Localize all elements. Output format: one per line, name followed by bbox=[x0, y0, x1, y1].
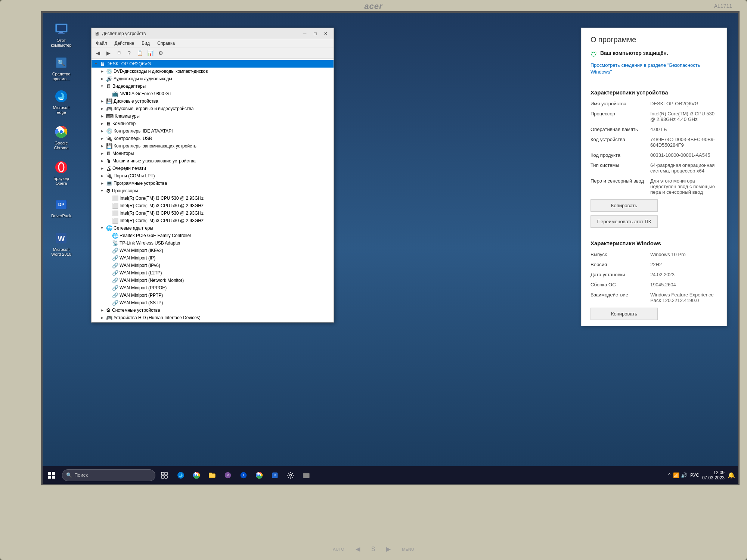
right-arrow[interactable]: ▶ bbox=[386, 545, 391, 553]
tree-item[interactable]: ⬜Intel(R) Core(TM) i3 CPU 530 @ 2.93GHz bbox=[92, 209, 334, 217]
tree-item[interactable]: ▶⚙Системные устройства bbox=[92, 307, 334, 314]
tree-item[interactable]: ▼🌐Сетевые адаптеры bbox=[92, 224, 334, 232]
tree-item[interactable]: 🔗WAN Miniport (IKEv2) bbox=[92, 247, 334, 254]
task-view-button[interactable] bbox=[157, 466, 172, 484]
tree-item[interactable]: ▶🖱Мыши и иные указывающие устройства bbox=[92, 157, 334, 165]
monitor-controls: AUTO ◀ S ▶ MENU bbox=[333, 545, 414, 553]
tree-item[interactable]: ⬜Intel(R) Core(TM) i3 CPU 530 @ 2.93GHz bbox=[92, 195, 334, 202]
desktop-icon-word[interactable]: W MicrosoftWord 2010 bbox=[46, 229, 76, 258]
tree-item[interactable]: 🌐Realtek PCIe GbE Family Controller bbox=[92, 232, 334, 239]
tree-item[interactable]: ▼🖥Видеоадаптеры bbox=[92, 83, 334, 90]
clock[interactable]: 12:09 07.03.2023 bbox=[702, 470, 725, 480]
expand-btn bbox=[105, 262, 111, 268]
tree-item[interactable]: ▼⚙Процессоры bbox=[92, 187, 334, 195]
tree-item[interactable]: 🔗WAN Miniport (L2TP) bbox=[92, 269, 334, 277]
tree-item[interactable]: ▶🖥Мониторы bbox=[92, 150, 334, 157]
language-label[interactable]: РУС bbox=[690, 473, 699, 478]
tree-item-text: Дисковые устройства bbox=[114, 99, 158, 104]
minimize-button[interactable]: ─ bbox=[300, 30, 310, 37]
left-arrow[interactable]: ◀ bbox=[356, 545, 360, 553]
desktop-icon-tools[interactable]: 🔍 Средствопросмо... bbox=[46, 54, 76, 83]
menu-view[interactable]: Вид bbox=[139, 40, 153, 47]
tree-item[interactable]: ▶🖨Очереди печати bbox=[92, 165, 334, 172]
tree-item[interactable]: ▶🔌Контроллеры USB bbox=[92, 135, 334, 142]
tree-item[interactable]: ▶🔊Аудиовходы и аудиовыходы bbox=[92, 75, 334, 83]
tree-item[interactable]: ▶💾Контроллеры запоминающих устройств bbox=[92, 142, 334, 150]
taskbar-chrome-2[interactable] bbox=[252, 466, 267, 484]
desktop-icon-chrome[interactable]: GoogleChrome bbox=[46, 123, 76, 152]
menu-file[interactable]: Файл bbox=[93, 40, 110, 47]
forward-button[interactable]: ▶ bbox=[103, 49, 113, 57]
tree-item[interactable]: ▶💿DVD-дисководы и дисководы компакт-диск… bbox=[92, 68, 334, 75]
taskbar-explorer[interactable] bbox=[205, 466, 220, 484]
tree-item[interactable]: ▶🔌Порты (COM и LPT) bbox=[92, 172, 334, 180]
back-button[interactable]: ◀ bbox=[93, 49, 103, 57]
taskbar-app-5[interactable]: A bbox=[236, 466, 251, 484]
tree-item[interactable]: ⬜Intel(R) Core(TM) i3 CPU 530 @ 2.93GHz bbox=[92, 202, 334, 209]
toolbar-btn-7[interactable]: ⚙ bbox=[156, 49, 165, 57]
tree-root[interactable]: ▼ 🖥 DESKTOP-OR2Q6VG bbox=[92, 60, 334, 68]
tree-item-text: Клавиатуры bbox=[115, 113, 140, 119]
tree-item-text: Компьютер bbox=[112, 121, 136, 126]
desktop-icon-edge[interactable]: MicrosoftEdge bbox=[46, 87, 76, 116]
desktop-icon-driverpack[interactable]: DP DriverPack bbox=[46, 196, 76, 220]
menu-action[interactable]: Действие bbox=[112, 40, 137, 47]
tree-item[interactable]: 📡TP-Link Wireless USB Adapter bbox=[92, 239, 334, 247]
menu-label: MENU bbox=[402, 547, 414, 551]
toolbar-btn-6[interactable]: 📊 bbox=[145, 49, 155, 57]
maximize-button[interactable]: □ bbox=[310, 30, 320, 37]
tree-item[interactable]: ⬜Intel(R) Core(TM) i3 CPU 530 @ 2.93GHz bbox=[92, 217, 334, 224]
taskbar-app-7[interactable]: M bbox=[267, 466, 282, 484]
tree-item-icon: 🌐 bbox=[112, 233, 118, 239]
tree-item-text: WAN Miniport (SSTP) bbox=[120, 300, 163, 305]
taskbar-edge[interactable] bbox=[173, 466, 188, 484]
close-button[interactable]: ✕ bbox=[321, 30, 331, 37]
taskbar-chrome[interactable] bbox=[189, 466, 204, 484]
tree-item[interactable]: ▶🎮Звуковые, игровые и видеоустройства bbox=[92, 105, 334, 112]
taskbar: 🔍 Поиск bbox=[43, 466, 738, 484]
tree-item-text: Очереди печати bbox=[112, 166, 146, 171]
toolbar-btn-3[interactable]: ⊞ bbox=[114, 49, 124, 57]
taskbar-search[interactable]: 🔍 Поиск bbox=[62, 469, 155, 481]
tree-item[interactable]: ▶🎮Устройства HID (Human Interface Device… bbox=[92, 314, 334, 321]
tree-item[interactable]: 🔗WAN Miniport (IPv6) bbox=[92, 262, 334, 269]
copy-button-2[interactable]: Копировать bbox=[591, 308, 658, 320]
window-title: Диспетчер устройств bbox=[102, 31, 300, 36]
tree-item[interactable]: ▶🖥Компьютер bbox=[92, 120, 334, 127]
tree-item-icon: 🎮 bbox=[106, 315, 112, 321]
help-button[interactable]: ? bbox=[124, 49, 134, 57]
desktop-icon-this-computer[interactable]: Этоткомпьютер bbox=[46, 20, 76, 49]
shield-icon: 🛡 bbox=[591, 51, 597, 59]
tree-item-icon: 🔌 bbox=[106, 173, 112, 179]
tree-content[interactable]: ▼ 🖥 DESKTOP-OR2Q6VG ▶💿DVD-дисководы и ди… bbox=[92, 59, 334, 322]
tree-item[interactable]: 🔗WAN Miniport (PPTP) bbox=[92, 292, 334, 299]
tree-item[interactable]: 🔗WAN Miniport (IP) bbox=[92, 254, 334, 262]
tree-item[interactable]: ▶💿Контроллеры IDE ATA/ATAPI bbox=[92, 127, 334, 135]
taskbar-app-9[interactable] bbox=[299, 466, 314, 484]
tray-icon-1[interactable]: ⌃ bbox=[667, 472, 672, 478]
notifications-icon[interactable]: 🔔 bbox=[728, 472, 735, 479]
desktop-icon-opera[interactable]: БраузерOpera bbox=[46, 158, 76, 187]
rename-pc-button[interactable]: Переименовать этот ПК bbox=[591, 215, 658, 228]
svg-rect-23 bbox=[161, 476, 164, 478]
protected-text: Ваш компьютер защищён. bbox=[600, 50, 668, 56]
network-icon[interactable]: 📶 bbox=[673, 472, 679, 478]
tree-item[interactable]: 📺NVIDIA GeForce 9800 GT bbox=[92, 90, 334, 97]
tree-item[interactable]: ▶💻Программные устройства bbox=[92, 180, 334, 187]
start-button[interactable] bbox=[43, 466, 61, 484]
copy-button-1[interactable]: Копировать bbox=[591, 199, 658, 212]
menu-help[interactable]: Справка bbox=[154, 40, 178, 47]
tree-item[interactable]: 🔗WAN Miniport (PPPOE) bbox=[92, 284, 334, 292]
taskbar-settings[interactable] bbox=[283, 466, 298, 484]
svg-text:DP: DP bbox=[58, 202, 65, 207]
toolbar-btn-5[interactable]: 📋 bbox=[135, 49, 145, 57]
tree-item[interactable]: ▶⌨Клавиатуры bbox=[92, 112, 334, 120]
tree-item[interactable]: ▶💾Дисковые устройства bbox=[92, 97, 334, 105]
svg-rect-24 bbox=[165, 476, 167, 478]
security-link[interactable]: Просмотреть сведения в разделе "Безопасн… bbox=[591, 62, 717, 75]
tree-item[interactable]: 🔗WAN Miniport (SSTP) bbox=[92, 299, 334, 307]
tree-item[interactable]: 🔗WAN Miniport (Network Monitor) bbox=[92, 277, 334, 284]
taskbar-viber[interactable]: V bbox=[220, 466, 235, 484]
volume-icon[interactable]: 🔊 bbox=[681, 472, 687, 478]
spec-value: Windows Feature Experience Pack 120.2212… bbox=[650, 292, 717, 303]
